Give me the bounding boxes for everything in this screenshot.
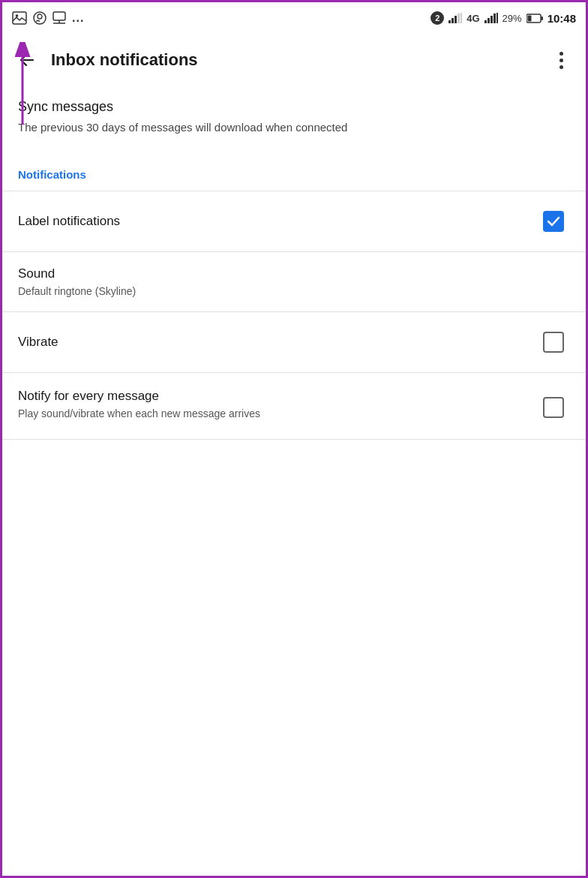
sync-messages-title: Sync messages xyxy=(18,99,570,115)
checkbox-unchecked-inner-2 xyxy=(543,397,564,418)
svg-rect-11 xyxy=(454,16,457,23)
battery-icon xyxy=(526,14,543,23)
status-bar-left: ... xyxy=(12,11,84,25)
svg-rect-12 xyxy=(458,14,460,23)
svg-rect-20 xyxy=(527,15,531,21)
toolbar: Inbox notifications xyxy=(0,36,588,84)
svg-rect-6 xyxy=(53,12,65,20)
label-notifications-checkbox[interactable] xyxy=(537,205,570,238)
vibrate-left: Vibrate xyxy=(18,334,537,350)
divider-5 xyxy=(0,439,588,440)
svg-rect-9 xyxy=(448,20,451,23)
sound-left: Sound Default ringtone (Skyline) xyxy=(18,266,570,298)
svg-rect-21 xyxy=(541,17,543,20)
label-notifications-label: Label notifications xyxy=(18,213,537,230)
sound-label: Sound xyxy=(18,266,570,282)
more-options-button[interactable] xyxy=(546,45,576,75)
status-bar: ... 2 4G xyxy=(0,0,588,36)
image-status-icon xyxy=(12,11,27,25)
vibrate-checkbox[interactable] xyxy=(537,326,570,359)
sound-sublabel: Default ringtone (Skyline) xyxy=(18,284,570,298)
label-notifications-row[interactable]: Label notifications xyxy=(0,191,588,251)
checkbox-unchecked-inner xyxy=(543,332,564,353)
notification-badge: 2 xyxy=(430,11,444,25)
network-label: 4G xyxy=(466,13,479,24)
svg-point-5 xyxy=(38,14,42,19)
notify-every-message-checkbox[interactable] xyxy=(537,391,570,424)
svg-rect-18 xyxy=(496,13,498,23)
back-button[interactable] xyxy=(12,45,42,75)
sync-messages-section: Sync messages The previous 30 days of me… xyxy=(0,84,588,153)
svg-rect-15 xyxy=(488,18,490,23)
svg-rect-17 xyxy=(494,14,496,23)
checkbox-checked-inner xyxy=(543,211,564,232)
svg-rect-10 xyxy=(452,18,454,23)
vibrate-row[interactable]: Vibrate xyxy=(0,312,588,372)
signal-icon xyxy=(448,13,462,23)
three-dots-icon xyxy=(560,52,563,69)
content-area: Sync messages The previous 30 days of me… xyxy=(0,84,588,440)
status-bar-right: 2 4G 29% xyxy=(430,11,576,25)
battery-text: 29% xyxy=(502,13,522,24)
vibrate-label: Vibrate xyxy=(18,334,537,350)
notify-every-message-sublabel: Play sound/vibrate when each new message… xyxy=(18,407,537,420)
svg-rect-2 xyxy=(13,12,26,24)
svg-point-3 xyxy=(16,14,19,17)
time-display: 10:48 xyxy=(548,12,576,25)
sound-row[interactable]: Sound Default ringtone (Skyline) xyxy=(0,252,588,311)
notify-every-message-label: Notify for every message xyxy=(18,388,537,404)
svg-rect-13 xyxy=(460,13,462,23)
sync-messages-description: The previous 30 days of messages will do… xyxy=(18,119,570,135)
notify-every-message-left: Notify for every message Play sound/vibr… xyxy=(18,388,537,420)
notifications-header-text: Notifications xyxy=(18,168,86,181)
svg-rect-16 xyxy=(490,16,493,23)
signal2-icon xyxy=(484,13,498,23)
whatsapp-status-icon xyxy=(33,11,46,25)
notify-every-message-row[interactable]: Notify for every message Play sound/vibr… xyxy=(0,373,588,439)
flag-status-icon xyxy=(52,11,66,25)
notifications-section-header: Notifications xyxy=(0,153,588,191)
svg-rect-14 xyxy=(484,20,487,23)
label-notifications-left: Label notifications xyxy=(18,213,537,230)
page-title: Inbox notifications xyxy=(51,50,546,70)
more-status-icon: ... xyxy=(72,11,84,25)
